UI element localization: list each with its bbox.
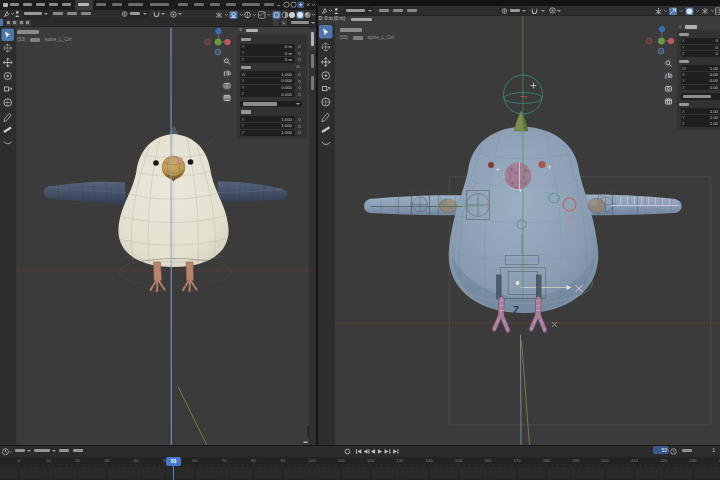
svg-text:Z: Z xyxy=(513,304,519,315)
